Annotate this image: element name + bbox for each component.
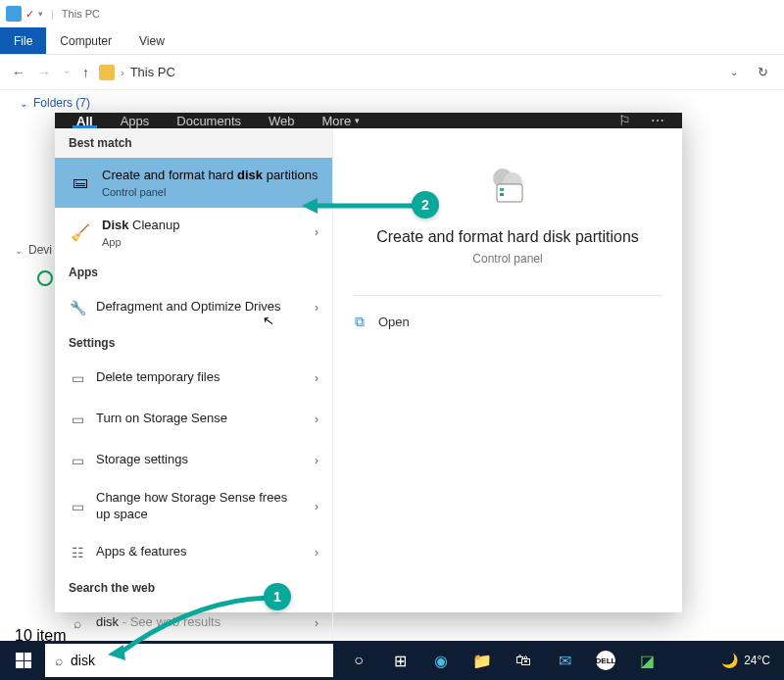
explorer-icon[interactable]: 📁 <box>463 641 502 680</box>
qat-dropdown-icon[interactable]: ▾ <box>38 9 43 19</box>
more-options-icon[interactable]: ⋯ <box>641 113 674 128</box>
chevron-right-icon[interactable]: › <box>315 546 318 559</box>
search-tabs: All Apps Documents Web More▾ ⚐ ⋯ <box>55 113 682 128</box>
result-title: Apps & features <box>96 544 305 560</box>
chevron-down-icon: ⌄ <box>15 245 23 256</box>
ribbon-tab-view[interactable]: View <box>125 27 178 54</box>
result-apps-features[interactable]: ☷ Apps & features › <box>55 532 332 573</box>
system-tray[interactable]: 🌙 24°C <box>721 653 780 668</box>
explorer-icon <box>6 6 22 22</box>
cleanup-icon: 🧹 <box>69 220 92 244</box>
search-icon: ⌕ <box>69 611 86 635</box>
cortana-icon[interactable]: ○ <box>339 641 378 680</box>
taskbar-search-input[interactable] <box>71 653 323 668</box>
result-web-search[interactable]: ⌕ disk - See web results › <box>55 603 332 644</box>
section-web: Search the web <box>55 573 332 603</box>
result-title: Change how Storage Sense frees up space <box>96 490 305 523</box>
result-title: Turn on Storage Sense <box>96 411 305 427</box>
window-title: This PC <box>62 8 100 20</box>
refresh-icon[interactable]: ↻ <box>758 65 768 79</box>
store-icon[interactable]: 🛍 <box>504 641 543 680</box>
storage-icon: ▭ <box>69 495 86 518</box>
result-title: disk - See web results <box>96 614 305 631</box>
start-button[interactable] <box>4 641 43 680</box>
chevron-right-icon[interactable]: › <box>315 225 318 239</box>
weather-icon: 🌙 <box>721 653 738 668</box>
chevron-down-icon: ⌄ <box>20 98 27 109</box>
search-tab-documents[interactable]: Documents <box>163 113 255 128</box>
result-best-match[interactable]: 🖴 Create and format hard disk partitions… <box>55 158 332 208</box>
storage-icon: ▭ <box>69 449 86 472</box>
result-storage-settings[interactable]: ▭ Storage settings › <box>55 440 332 481</box>
result-title: Storage settings <box>96 452 305 468</box>
ribbon: File Computer View <box>0 27 784 55</box>
svg-rect-3 <box>500 188 504 191</box>
app-icon[interactable]: ◪ <box>627 641 666 680</box>
result-storage-sense[interactable]: ▭ Turn on Storage Sense › <box>55 399 332 440</box>
search-tab-all[interactable]: All <box>63 113 107 128</box>
taskbar-search-box[interactable]: ⌕ <box>45 644 333 677</box>
result-disk-cleanup[interactable]: 🧹 Disk Cleanup App › <box>55 208 332 258</box>
chevron-right-icon[interactable]: › <box>315 616 318 630</box>
result-subtitle: App <box>102 236 305 248</box>
result-subtitle: Control panel <box>102 186 318 198</box>
result-title: Disk Cleanup <box>102 218 305 234</box>
search-panel: All Apps Documents Web More▾ ⚐ ⋯ Best ma… <box>55 113 682 612</box>
feedback-icon[interactable]: ⚐ <box>609 113 641 128</box>
partition-icon: 🖴 <box>69 170 92 194</box>
preview-open-action[interactable]: ⧉ Open <box>353 308 662 336</box>
weather-temp: 24°C <box>744 654 770 667</box>
qat-check-icon: ✓ <box>25 8 34 21</box>
addr-dropdown-icon[interactable]: ⌄ <box>730 67 738 77</box>
folder-icon <box>99 65 115 80</box>
search-tab-more[interactable]: More▾ <box>309 113 374 128</box>
nav-back-icon[interactable]: ← <box>12 65 25 80</box>
storage-icon: ▭ <box>69 408 86 431</box>
mail-icon[interactable]: ✉ <box>545 641 584 680</box>
section-settings: Settings <box>55 328 332 358</box>
sync-status-icon <box>37 270 53 286</box>
result-storage-change[interactable]: ▭ Change how Storage Sense frees up spac… <box>55 481 332 532</box>
svg-rect-4 <box>500 193 504 196</box>
search-results-list: Best match 🖴 Create and format hard disk… <box>55 128 333 644</box>
result-delete-temp[interactable]: ▭ Delete temporary files › <box>55 358 332 399</box>
chevron-right-icon[interactable]: › <box>315 301 318 315</box>
breadcrumb[interactable]: This PC <box>130 65 175 79</box>
ribbon-tab-file[interactable]: File <box>0 27 46 54</box>
chevron-down-icon: ▾ <box>355 116 360 125</box>
result-defrag[interactable]: 🔧 Defragment and Optimize Drives › <box>55 287 332 328</box>
dell-icon[interactable]: DELL <box>586 641 625 680</box>
preview-title: Create and format hard disk partitions <box>353 228 662 246</box>
address-bar: ← → ⌄ ↑ › This PC ⌄ ↻ <box>0 55 784 90</box>
section-best-match: Best match <box>55 128 332 158</box>
nav-up-icon[interactable]: ↑ <box>82 65 89 80</box>
chevron-right-icon[interactable]: › <box>121 67 124 78</box>
divider <box>353 295 662 296</box>
chevron-right-icon[interactable]: › <box>315 413 318 426</box>
apps-icon: ☷ <box>69 541 86 564</box>
search-icon: ⌕ <box>55 653 63 668</box>
preview-subtitle: Control panel <box>353 252 662 266</box>
search-tab-web[interactable]: Web <box>255 113 309 128</box>
result-title: Delete temporary files <box>96 369 305 386</box>
partition-icon <box>480 158 535 213</box>
action-label: Open <box>378 315 410 329</box>
search-tab-apps[interactable]: Apps <box>107 113 164 128</box>
devices-group-header[interactable]: ⌄ Devi <box>15 243 52 257</box>
taskbar: ⌕ ○ ⊞ ◉ 📁 🛍 ✉ DELL ◪ 🌙 24°C <box>0 641 784 680</box>
section-apps: Apps <box>55 258 332 287</box>
search-preview-pane: Create and format hard disk partitions C… <box>333 128 682 644</box>
chevron-right-icon[interactable]: › <box>315 371 318 385</box>
taskview-icon[interactable]: ⊞ <box>380 641 419 680</box>
explorer-titlebar: ✓ ▾ | This PC <box>0 0 784 27</box>
ribbon-tab-computer[interactable]: Computer <box>46 27 125 54</box>
chevron-right-icon[interactable]: › <box>315 454 318 467</box>
result-title: Create and format hard disk partitions <box>102 168 318 184</box>
open-icon: ⧉ <box>355 314 365 330</box>
storage-icon: ▭ <box>69 366 86 390</box>
result-title: Defragment and Optimize Drives <box>96 299 305 316</box>
chevron-right-icon[interactable]: › <box>315 500 318 513</box>
nav-forward-icon: → <box>37 65 51 80</box>
defrag-icon: 🔧 <box>69 296 86 319</box>
edge-icon[interactable]: ◉ <box>421 641 461 680</box>
